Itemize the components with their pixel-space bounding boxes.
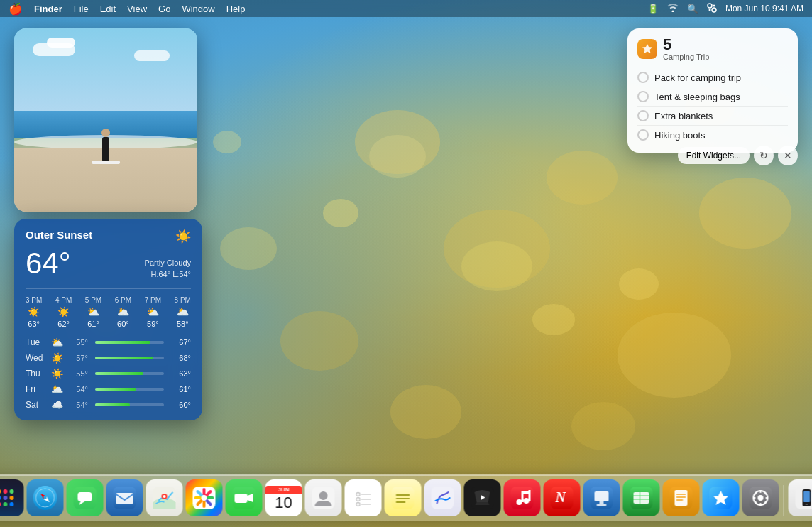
dock-notes[interactable] [385, 479, 422, 516]
svg-point-35 [33, 486, 57, 510]
svg-rect-53 [235, 494, 248, 503]
weather-location: Outer Sunset [26, 229, 92, 241]
dock-appletv[interactable] [464, 479, 501, 516]
menubar-search-icon[interactable]: 🔍 [687, 4, 698, 14]
menubar-help[interactable]: Help [226, 4, 246, 14]
svg-point-34 [10, 502, 14, 506]
dock-music[interactable] [504, 479, 541, 516]
svg-point-49 [163, 495, 166, 498]
menubar-right: 🔋 🔍 Mon Jun 10 9:41 AM [647, 3, 803, 15]
surfer-figure [92, 129, 120, 164]
dock-contacts[interactable] [305, 479, 342, 516]
dock-news[interactable]: N [544, 479, 581, 516]
dock-launchpad[interactable] [0, 479, 24, 516]
dock-numbers[interactable] [623, 479, 660, 516]
reminder-checkbox-3[interactable] [637, 110, 649, 121]
svg-point-20 [708, 9, 710, 11]
menubar-window[interactable]: Window [182, 4, 214, 14]
dock-iphone-mirroring[interactable] [789, 479, 813, 516]
hour-col-6: 8 PM 🌥️ 58° [175, 296, 191, 328]
day-row-thu: Thu ☀️ 55° 63° [26, 368, 191, 379]
calendar-icon-inner: JUN 10 [265, 479, 302, 516]
svg-rect-43 [116, 493, 133, 504]
svg-rect-99 [766, 497, 769, 499]
reminder-item-4[interactable]: Hiking boots [637, 126, 788, 144]
svg-point-13 [532, 304, 575, 335]
weather-daily: Tue ⛅ 55° 67° Wed ☀️ 57° 68° Thu ☀️ 55° … [26, 337, 191, 411]
dock-photos[interactable] [186, 479, 223, 516]
svg-point-32 [0, 502, 1, 506]
reminder-checkbox-2[interactable] [637, 91, 649, 102]
weather-hourly: 3 PM ☀️ 63° 4 PM ☀️ 62° 5 PM ⛅ 61° 6 PM … [26, 288, 191, 328]
dock-system-preferences[interactable] [742, 479, 779, 516]
reminder-checkbox-4[interactable] [637, 129, 649, 141]
menubar-controlcenter-icon[interactable] [707, 3, 717, 15]
day-row-sat: Sat ☁️ 54° 60° [26, 399, 191, 411]
weather-temperature: 64° [26, 249, 71, 278]
reminder-item-2[interactable]: Tent & sleeping bags [637, 87, 788, 107]
photos-widget-image [14, 28, 197, 212]
menubar-go[interactable]: Go [158, 4, 170, 14]
reminders-app-icon [637, 39, 657, 59]
hour-col-5: 7 PM ⛅ 59° [145, 296, 161, 328]
edit-widgets-button[interactable]: Edit Widgets... [678, 147, 750, 164]
svg-point-72 [524, 498, 530, 504]
svg-point-31 [10, 496, 14, 500]
reminder-item-1[interactable]: Pack for camping trip [637, 68, 788, 87]
reminder-text-4: Hiking boots [654, 130, 706, 141]
svg-rect-106 [803, 491, 810, 502]
dock-keynote[interactable] [583, 479, 620, 516]
dock-mail[interactable] [106, 479, 143, 516]
svg-point-95 [758, 495, 764, 501]
dock-facetime[interactable] [226, 479, 263, 516]
day-row-fri: Fri 🌥️ 54° 61° [26, 384, 191, 395]
svg-rect-80 [600, 501, 604, 504]
svg-rect-98 [753, 497, 756, 499]
reminders-widget: 5 Camping Trip Pack for camping trip Ten… [627, 28, 798, 153]
svg-rect-64 [392, 487, 415, 509]
svg-point-5 [547, 151, 618, 205]
svg-point-4 [280, 311, 358, 371]
svg-point-51 [202, 495, 207, 501]
svg-point-18 [712, 8, 716, 12]
dock-safari[interactable] [27, 479, 64, 516]
svg-point-7 [220, 227, 277, 270]
svg-point-27 [4, 489, 8, 494]
svg-point-28 [10, 489, 14, 494]
dock-pages[interactable] [663, 479, 700, 516]
menubar-finder[interactable]: Finder [34, 4, 62, 14]
menubar-edit[interactable]: Edit [100, 4, 116, 14]
photos-widget [14, 28, 197, 212]
svg-rect-47 [153, 506, 176, 509]
reminder-item-3[interactable]: Extra blankets [637, 107, 788, 126]
menubar-battery-icon: 🔋 [647, 4, 659, 14]
reminder-text-2: Tent & sleeping bags [654, 92, 740, 102]
menubar-datetime[interactable]: Mon Jun 10 9:41 AM [725, 4, 803, 13]
dock-separator [784, 485, 784, 516]
dock-messages[interactable] [67, 479, 104, 516]
svg-rect-107 [806, 504, 808, 505]
dock-maps[interactable] [146, 479, 183, 516]
weather-sun-icon: ☀️ [175, 229, 191, 244]
weather-main: 64° Partly Cloudy H:64° L:54° [26, 247, 191, 280]
svg-point-6 [618, 313, 731, 398]
weather-header: Outer Sunset ☀️ [26, 229, 191, 244]
widget-close-button[interactable]: ✕ [778, 146, 798, 165]
svg-point-3 [461, 241, 532, 291]
dock-appstore[interactable] [703, 479, 740, 516]
menubar-view[interactable]: View [127, 4, 147, 14]
calendar-day: 10 [275, 495, 292, 511]
dock-reminders[interactable] [345, 479, 382, 516]
menubar-file[interactable]: File [74, 4, 89, 14]
dock-calendar[interactable]: JUN 10 [265, 479, 302, 516]
hour-col-4: 6 PM 🌥️ 60° [115, 296, 131, 328]
svg-point-33 [4, 502, 8, 506]
dock: JUN 10 [0, 474, 812, 521]
reminder-checkbox-1[interactable] [637, 72, 649, 83]
widget-rotate-button[interactable]: ↻ [754, 146, 774, 165]
svg-text:N: N [555, 489, 567, 505]
dock-freeform[interactable] [424, 479, 461, 516]
svg-point-11 [571, 402, 635, 450]
svg-point-12 [323, 199, 358, 227]
apple-menu[interactable]: 🍎 [9, 2, 23, 16]
